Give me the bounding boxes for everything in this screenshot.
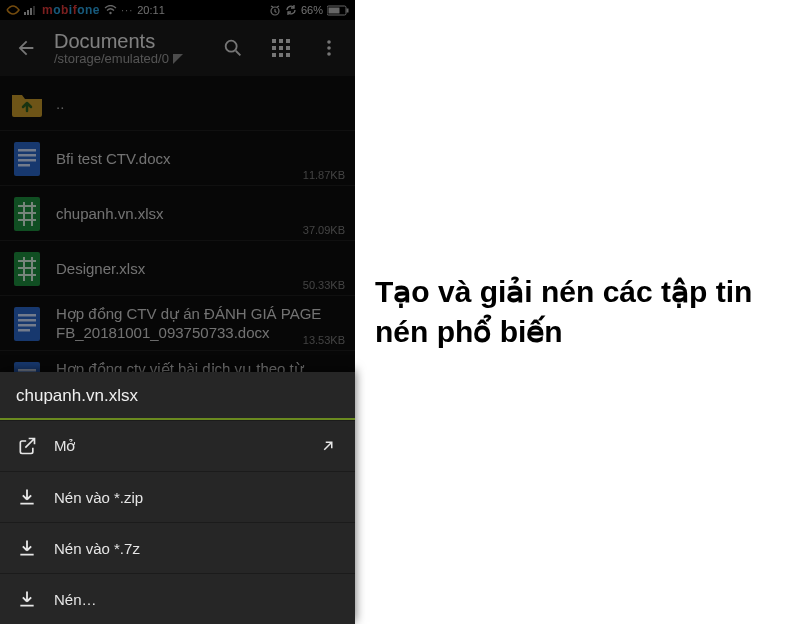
file-size: 37.09KB bbox=[303, 224, 345, 236]
svg-rect-2 bbox=[30, 8, 32, 15]
phone-screen: mobifone ··· 20:11 66% Documents bbox=[0, 0, 355, 624]
download-icon bbox=[16, 537, 38, 559]
svg-rect-31 bbox=[18, 319, 36, 322]
menu-item-label: Mở bbox=[54, 437, 76, 455]
svg-rect-30 bbox=[18, 314, 36, 317]
file-name: Hợp đồng CTV dự án ĐÁNH GIÁ PAGE FB_2018… bbox=[56, 305, 345, 343]
menu-item-label: Nén… bbox=[54, 591, 97, 608]
doc-file-icon bbox=[10, 304, 44, 344]
svg-point-9 bbox=[226, 41, 237, 52]
svg-point-4 bbox=[109, 12, 111, 14]
context-menu-title: chupanh.vn.xlsx bbox=[0, 372, 355, 420]
battery-icon bbox=[327, 5, 349, 16]
search-button[interactable] bbox=[213, 28, 253, 68]
file-size: 11.87KB bbox=[303, 169, 345, 181]
caption-text: Tạo và giải nén các tập tin nén phổ biến bbox=[375, 272, 755, 353]
open-icon bbox=[16, 435, 38, 457]
file-name: Bfi test CTV.docx bbox=[56, 150, 345, 169]
download-icon bbox=[16, 588, 38, 610]
menu-item-label: Nén vào *.7z bbox=[54, 540, 140, 557]
svg-point-19 bbox=[327, 40, 331, 44]
folder-up-icon bbox=[10, 84, 44, 124]
parent-folder-label: .. bbox=[56, 95, 345, 114]
wifi-icon bbox=[104, 5, 117, 15]
svg-rect-25 bbox=[18, 159, 36, 162]
menu-item-label: Nén vào *.zip bbox=[54, 489, 143, 506]
page-title: Documents bbox=[54, 30, 205, 52]
ellipsis-icon: ··· bbox=[121, 4, 133, 16]
breadcrumb[interactable]: /storage/emulated/0 bbox=[54, 52, 205, 66]
svg-point-20 bbox=[327, 46, 331, 50]
dropdown-indicator-icon bbox=[173, 54, 183, 64]
svg-rect-8 bbox=[347, 8, 349, 12]
file-row[interactable]: Bfi test CTV.docx 11.87KB bbox=[0, 130, 355, 185]
status-time: 20:11 bbox=[137, 4, 165, 16]
svg-point-21 bbox=[327, 52, 331, 56]
breadcrumb-path: /storage/emulated/0 bbox=[54, 52, 169, 66]
svg-rect-16 bbox=[272, 53, 276, 57]
carrier-label: mobifone bbox=[42, 3, 100, 17]
alarm-icon bbox=[269, 4, 281, 16]
back-button[interactable] bbox=[6, 28, 46, 68]
battery-percent: 66% bbox=[301, 4, 323, 16]
svg-rect-17 bbox=[279, 53, 283, 57]
svg-rect-12 bbox=[286, 39, 290, 43]
viettel-icon bbox=[6, 4, 20, 16]
file-name: chupanh.vn.xlsx bbox=[56, 205, 345, 224]
context-menu-sheet: chupanh.vn.xlsx Mở Nén vào *.zip Nén vào… bbox=[0, 372, 355, 624]
file-size: 13.53KB bbox=[303, 334, 345, 346]
svg-rect-18 bbox=[286, 53, 290, 57]
file-row[interactable]: chupanh.vn.xlsx 37.09KB bbox=[0, 185, 355, 240]
doc-file-icon bbox=[10, 139, 44, 179]
svg-rect-32 bbox=[18, 324, 36, 327]
view-grid-button[interactable] bbox=[261, 28, 301, 68]
overflow-menu-button[interactable] bbox=[309, 28, 349, 68]
file-row[interactable]: Designer.xlsx 50.33KB bbox=[0, 240, 355, 295]
sheet-file-icon bbox=[10, 194, 44, 234]
signal-icon bbox=[24, 5, 38, 15]
caption-pane: Tạo và giải nén các tập tin nén phổ biến bbox=[355, 0, 800, 624]
svg-rect-23 bbox=[18, 149, 36, 152]
svg-rect-7 bbox=[329, 7, 340, 13]
status-bar: mobifone ··· 20:11 66% bbox=[0, 0, 355, 20]
svg-rect-11 bbox=[279, 39, 283, 43]
menu-item-open[interactable]: Mở bbox=[0, 420, 355, 471]
svg-rect-13 bbox=[272, 46, 276, 50]
menu-item-compress[interactable]: Nén… bbox=[0, 573, 355, 624]
svg-rect-15 bbox=[286, 46, 290, 50]
svg-rect-3 bbox=[33, 6, 35, 15]
file-row[interactable]: Hợp đồng CTV dự án ĐÁNH GIÁ PAGE FB_2018… bbox=[0, 295, 355, 350]
menu-item-zip[interactable]: Nén vào *.zip bbox=[0, 471, 355, 522]
app-bar: Documents /storage/emulated/0 bbox=[0, 20, 355, 76]
menu-item-7z[interactable]: Nén vào *.7z bbox=[0, 522, 355, 573]
file-name: Designer.xlsx bbox=[56, 260, 345, 279]
svg-rect-10 bbox=[272, 39, 276, 43]
svg-rect-33 bbox=[18, 329, 30, 332]
svg-rect-14 bbox=[279, 46, 283, 50]
file-size: 50.33KB bbox=[303, 279, 345, 291]
sheet-file-icon bbox=[10, 249, 44, 289]
arrow-upright-icon bbox=[317, 435, 339, 457]
svg-rect-1 bbox=[27, 10, 29, 15]
sync-icon bbox=[285, 4, 297, 16]
svg-rect-0 bbox=[24, 12, 26, 15]
download-icon bbox=[16, 486, 38, 508]
parent-folder-row[interactable]: .. bbox=[0, 76, 355, 130]
svg-rect-26 bbox=[18, 164, 30, 167]
svg-rect-24 bbox=[18, 154, 36, 157]
